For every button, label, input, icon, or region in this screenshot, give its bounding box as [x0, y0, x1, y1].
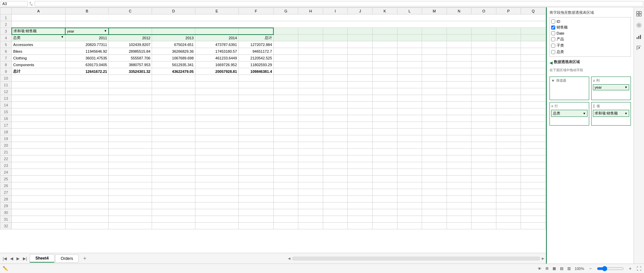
cell-O5[interactable] — [471, 41, 496, 48]
cell-G7[interactable] — [273, 55, 298, 61]
cell-total-header[interactable]: 总计 — [238, 35, 273, 41]
cell-category-header[interactable]: 总类 ▼ — [12, 35, 65, 41]
cell-I4[interactable] — [323, 35, 348, 41]
cell-P4[interactable] — [496, 35, 521, 41]
cell-K3[interactable] — [372, 28, 397, 35]
field-checkbox-product[interactable] — [551, 37, 555, 41]
cell-2013-header[interactable]: 2013 — [152, 35, 195, 41]
cell-M7[interactable] — [422, 55, 447, 61]
cell-A1[interactable] — [12, 14, 65, 21]
view-normal-icon[interactable]: ▦ — [553, 266, 556, 271]
cell-B9[interactable]: 12641672.21 — [65, 68, 109, 75]
cell-B5[interactable]: 20820.77311 — [65, 41, 109, 48]
cell-E3[interactable] — [195, 28, 238, 35]
category-dropdown-icon[interactable]: ▼ — [61, 35, 64, 39]
cell-P5[interactable] — [496, 41, 521, 48]
cell-B6[interactable]: 11945646.92 — [65, 48, 109, 55]
cell-J3[interactable] — [348, 28, 373, 35]
cell-C6[interactable]: 28985515.84 — [109, 48, 152, 55]
cell-B2[interactable] — [65, 21, 545, 28]
sheet-tab-sheet4[interactable]: Sheet4 — [30, 254, 54, 263]
cell-J6[interactable] — [348, 48, 373, 55]
view-page-icon[interactable]: ▤ — [560, 266, 563, 271]
cell-H8[interactable] — [298, 61, 323, 68]
col-header-N[interactable]: N — [447, 8, 471, 14]
cell-M6[interactable] — [422, 48, 447, 55]
value-item-dropdown[interactable]: ▼ — [624, 112, 628, 115]
cell-D6[interactable]: 36266829.36 — [152, 48, 195, 55]
cell-Q5[interactable] — [521, 41, 546, 48]
field-checkbox-date[interactable] — [551, 31, 555, 35]
cell-A2[interactable] — [12, 21, 65, 28]
cell-H3[interactable] — [298, 28, 323, 35]
nav-next-btn[interactable]: ▶ — [15, 256, 21, 262]
cell-G5[interactable] — [273, 41, 298, 48]
cell-K4[interactable] — [372, 35, 397, 41]
nav-first-btn[interactable]: |◀ — [1, 256, 8, 262]
cell-H4[interactable] — [298, 35, 323, 41]
cell-I8[interactable] — [323, 61, 348, 68]
cell-I7[interactable] — [323, 55, 348, 61]
cell-Q9[interactable] — [521, 68, 546, 75]
cell-P9[interactable] — [496, 68, 521, 75]
cell-C9[interactable]: 33524301.32 — [109, 68, 152, 75]
cell-J9[interactable] — [348, 68, 373, 75]
cell-sum-label[interactable]: 求和项:销售额 — [12, 28, 65, 35]
cell-K7[interactable] — [372, 55, 397, 61]
nav-prev-btn[interactable]: ◀ — [9, 256, 14, 262]
col-header-I[interactable]: I — [323, 8, 348, 14]
cell-O3[interactable] — [471, 28, 496, 35]
cell-F5[interactable]: 1272072.884 — [238, 41, 273, 48]
cell-name-box[interactable] — [1, 1, 28, 6]
cell-I6[interactable] — [323, 48, 348, 55]
edit-icon[interactable]: ✏️ — [3, 266, 8, 271]
cell-N7[interactable] — [447, 55, 471, 61]
cell-F8[interactable]: 11802593.29 — [238, 61, 273, 68]
cell-D5[interactable]: 675024.651 — [152, 41, 195, 48]
cell-K8[interactable] — [372, 61, 397, 68]
cell-O7[interactable] — [471, 55, 496, 61]
cell-J8[interactable] — [348, 61, 373, 68]
cell-H7[interactable] — [298, 55, 323, 61]
col-header-H[interactable]: H — [298, 8, 323, 14]
cell-E6[interactable]: 17453180.57 — [195, 48, 238, 55]
cell-L8[interactable] — [397, 61, 422, 68]
cell-A6[interactable]: Bikes — [12, 48, 65, 55]
cell-H6[interactable] — [298, 48, 323, 55]
view-icon[interactable]: 👁 — [538, 267, 541, 271]
cell-E7[interactable]: 461233.6449 — [195, 55, 238, 61]
cell-O6[interactable] — [471, 48, 496, 55]
fullscreen-btn[interactable]: ⛶ — [637, 266, 641, 271]
cell-J5[interactable] — [348, 41, 373, 48]
cell-N4[interactable] — [447, 35, 471, 41]
cell-L9[interactable] — [397, 68, 422, 75]
cell-Q4[interactable] — [521, 35, 546, 41]
cell-O9[interactable] — [471, 68, 496, 75]
cell-L4[interactable] — [397, 35, 422, 41]
cell-F6[interactable]: 94651172.7 — [238, 48, 273, 55]
cell-G4[interactable] — [273, 35, 298, 41]
cell-Q8[interactable] — [521, 61, 546, 68]
scroll-right-icon[interactable]: ▶ — [542, 257, 544, 260]
cell-F9[interactable]: 109846381.4 — [238, 68, 273, 75]
cell-B1[interactable] — [65, 14, 545, 21]
cell-M8[interactable] — [422, 61, 447, 68]
cell-P8[interactable] — [496, 61, 521, 68]
expand-icon[interactable] — [635, 44, 643, 52]
cell-Q7[interactable] — [521, 55, 546, 61]
cell-N9[interactable] — [447, 68, 471, 75]
col-header-Q[interactable]: Q — [521, 8, 546, 14]
cell-F3[interactable] — [238, 28, 273, 35]
cell-P7[interactable] — [496, 55, 521, 61]
zoom-minus-btn[interactable]: － — [588, 266, 593, 272]
col-header-F[interactable]: F — [238, 8, 273, 14]
cell-L6[interactable] — [397, 48, 422, 55]
col-header-E[interactable]: E — [195, 8, 238, 14]
settings-icon[interactable] — [635, 21, 643, 29]
cell-N6[interactable] — [447, 48, 471, 55]
cell-M9[interactable] — [422, 68, 447, 75]
cell-P3[interactable] — [496, 28, 521, 35]
year-dropdown-icon[interactable]: ▼ — [104, 29, 107, 33]
cell-N5[interactable] — [447, 41, 471, 48]
cell-O8[interactable] — [471, 61, 496, 68]
